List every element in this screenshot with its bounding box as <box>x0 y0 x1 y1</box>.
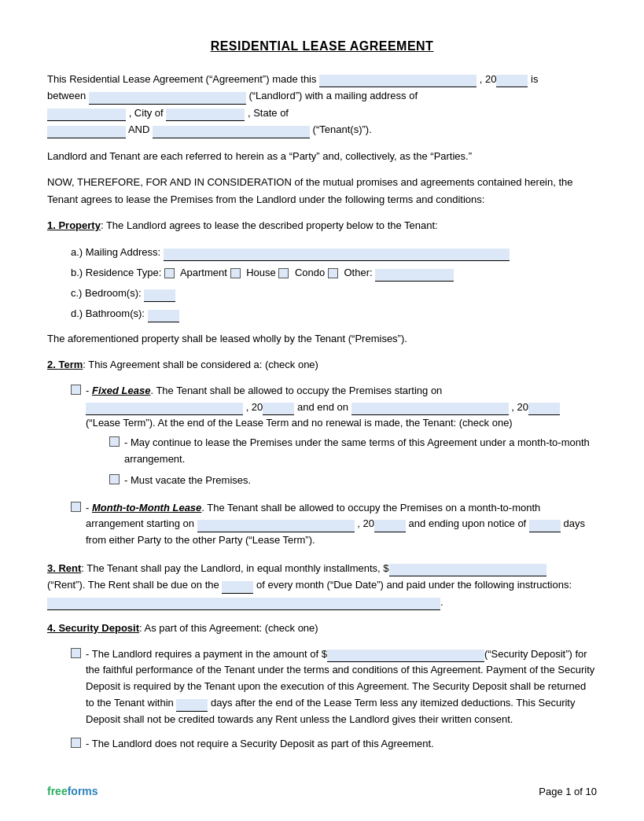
page-number: Page 1 of 10 <box>539 786 597 797</box>
section3-text2: (“Rent”). The Rent shall be due on the <box>47 579 219 591</box>
security-deposit-option1-text: - The Landlord requires a payment in the… <box>86 646 597 728</box>
section1-heading-line: 1. Property: The Landlord agrees to leas… <box>47 217 597 234</box>
fixed-end-year-field[interactable] <box>528 403 560 415</box>
intro-line2-mid: (“Landlord”) with a mailing address of <box>248 90 418 101</box>
month-lease-checkbox[interactable] <box>71 502 81 512</box>
continue-lease-text: - May continue to lease the Premises und… <box>124 435 597 468</box>
house-label: House <box>244 267 276 278</box>
rent-instructions-field[interactable] <box>47 598 440 610</box>
section1-text: : The Landlord agrees to lease the descr… <box>101 219 438 231</box>
intro-paragraph: This Residential Lease Agreement (“Agree… <box>47 71 597 138</box>
fixed-start-date-field[interactable] <box>86 403 243 415</box>
house-checkbox[interactable] <box>230 268 241 278</box>
month-lease-dash: - <box>86 502 92 514</box>
no-security-deposit-text: - The Landlord does not require a Securi… <box>86 736 434 753</box>
intro-line1-pre: This Residential Lease Agreement (“Agree… <box>47 73 317 85</box>
section2-text: : This Agreement shall be considered a: … <box>83 359 318 370</box>
fixed-end-date-field[interactable] <box>351 403 509 415</box>
condo-checkbox[interactable] <box>278 268 289 278</box>
state-field[interactable] <box>47 126 126 138</box>
section3-text3: of every month (“Due Date”) and paid und… <box>256 579 572 591</box>
brand-logo: freeforms <box>47 785 98 797</box>
bathrooms-label: d.) Bathroom(s): <box>71 307 145 319</box>
fixed-start-year-field[interactable] <box>263 403 294 415</box>
section3-paragraph: 3. Rent: The Tenant shall pay the Landlo… <box>47 560 597 610</box>
mailing-address-label: a.) Mailing Address: <box>71 246 160 258</box>
section2-heading: 2. Term <box>47 359 83 370</box>
month-start-year-field[interactable] <box>374 520 406 532</box>
brand-forms: forms <box>68 785 98 797</box>
property-item-bedrooms: c.) Bedroom(s): <box>71 285 597 302</box>
consideration-text: NOW, THEREFORE, FOR AND IN CONSIDERATION… <box>47 174 597 208</box>
address-field[interactable] <box>47 109 126 121</box>
property-list: a.) Mailing Address: b.) Residence Type:… <box>71 244 597 322</box>
security-deposit-checkbox[interactable] <box>71 648 81 658</box>
bathrooms-field[interactable] <box>148 310 179 322</box>
property-item-address: a.) Mailing Address: <box>71 244 597 261</box>
brand-free: free <box>47 785 68 797</box>
fixed-lease-text1: . The Tenant shall be allowed to occupy … <box>150 385 442 396</box>
fixed-lease-row: - Fixed Lease. The Tenant shall be allow… <box>71 383 597 494</box>
month-lease-content: - Month-to-Month Lease. The Tenant shall… <box>86 500 597 549</box>
tenant-name-field[interactable] <box>153 126 310 138</box>
fixed-lease-content: - Fixed Lease. The Tenant shall be allow… <box>86 383 597 494</box>
rent-due-day-field[interactable] <box>222 581 253 594</box>
property-item-residence: b.) Residence Type: Apartment House Cond… <box>71 264 597 282</box>
bedrooms-label: c.) Bedroom(s): <box>71 287 142 299</box>
section3-text1: : The Tenant shall pay the Landlord, in … <box>81 562 388 574</box>
city-field[interactable] <box>166 109 245 121</box>
apartment-label: Apartment <box>178 267 227 278</box>
intro-line3-post: , State of <box>248 107 289 119</box>
vacate-row: - Must vacate the Premises. <box>109 473 597 489</box>
continue-lease-row: - May continue to lease the Premises und… <box>109 435 597 468</box>
fixed-lease-text4: , 20 <box>511 401 528 413</box>
parties-note: Landlord and Tenant are each referred to… <box>47 148 597 164</box>
condo-label: Condo <box>292 267 325 278</box>
other-label: Other: <box>341 267 373 278</box>
month-lease-row: - Month-to-Month Lease. The Tenant shall… <box>71 500 597 549</box>
continue-lease-checkbox[interactable] <box>109 436 120 447</box>
mailing-address-field[interactable] <box>164 249 510 261</box>
rent-amount-field[interactable] <box>389 564 546 576</box>
no-security-deposit-row: - The Landlord does not require a Securi… <box>71 736 597 753</box>
month-lease-text3: and ending upon notice of <box>409 517 527 529</box>
fixed-lease-label: Fixed Lease <box>92 385 150 396</box>
intro-and: AND <box>128 123 149 135</box>
apartment-checkbox[interactable] <box>164 268 175 278</box>
year-field[interactable] <box>496 75 528 87</box>
vacate-text: - Must vacate the Premises. <box>124 473 251 489</box>
month-lease-label: Month-to-Month Lease <box>92 502 201 514</box>
fixed-lease-text5: (“Lease Term”). At the end of the Lease … <box>86 417 513 429</box>
intro-line1-post: is <box>531 73 538 85</box>
section4-text: : As part of this Agreement: (check one) <box>139 622 318 634</box>
security-deposit-amount-field[interactable] <box>327 650 484 662</box>
agreement-date-field[interactable] <box>319 75 477 87</box>
other-checkbox[interactable] <box>328 268 338 278</box>
residence-type-label: b.) Residence Type: <box>71 267 161 278</box>
no-security-deposit-checkbox[interactable] <box>71 738 81 748</box>
section1-footer: The aforementioned property shall be lea… <box>47 330 597 347</box>
month-start-date-field[interactable] <box>197 520 355 532</box>
security-deposit-option1-row: - The Landlord requires a payment in the… <box>71 646 597 728</box>
month-lease-text2: , 20 <box>357 517 374 529</box>
section4-heading: 4. Security Deposit <box>47 622 139 634</box>
property-item-bathrooms: d.) Bathroom(s): <box>71 305 597 322</box>
fixed-lease-dash: - <box>86 385 92 396</box>
section4-heading-line: 4. Security Deposit: As part of this Agr… <box>47 620 597 636</box>
section1-heading: 1. Property <box>47 219 101 231</box>
bedrooms-field[interactable] <box>144 289 175 302</box>
fixed-lease-checkbox[interactable] <box>71 385 81 395</box>
section2-heading-line: 2. Term: This Agreement shall be conside… <box>47 356 597 373</box>
landlord-name-field[interactable] <box>89 92 246 105</box>
intro-line3-city-pre: , City of <box>129 107 164 119</box>
document-title: RESIDENTIAL LEASE AGREEMENT <box>47 39 597 53</box>
fixed-lease-text2: , 20 <box>246 401 263 413</box>
other-field[interactable] <box>375 269 454 282</box>
month-notice-days-field[interactable] <box>529 520 561 532</box>
security-return-days-field[interactable] <box>176 699 208 712</box>
document-footer: freeforms Page 1 of 10 <box>47 785 597 797</box>
fixed-lease-text3: and end on <box>297 401 348 413</box>
vacate-checkbox[interactable] <box>109 474 120 484</box>
security-deposit-text1: - The Landlord requires a payment in the… <box>86 648 327 660</box>
section3-heading: 3. Rent <box>47 562 81 574</box>
